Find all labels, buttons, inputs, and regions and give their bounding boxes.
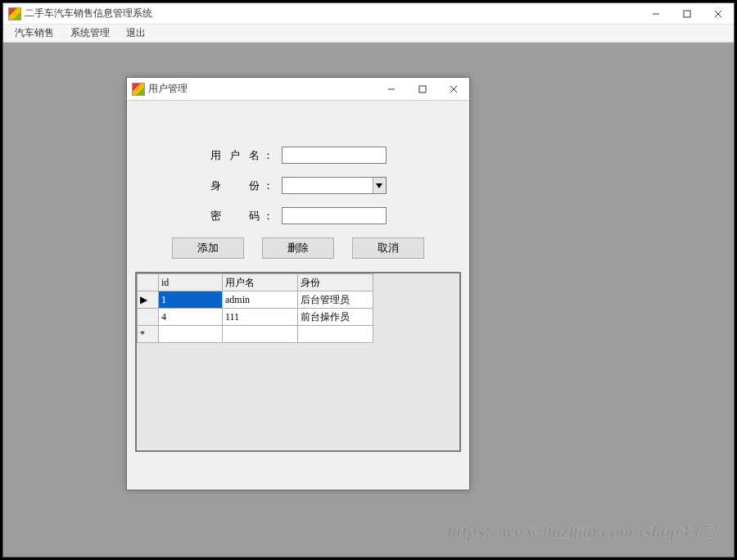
menu-car-sales[interactable]: 汽车销售 xyxy=(7,25,62,42)
mdi-client-area: 用户管理 用户名 ： xyxy=(3,43,734,557)
delete-button[interactable]: 删除 xyxy=(262,237,334,259)
grid-cell-id[interactable] xyxy=(159,326,223,343)
input-password[interactable] xyxy=(282,207,387,224)
dialog-window-controls xyxy=(376,78,469,100)
minimize-button[interactable] xyxy=(640,3,671,24)
grid-header-row: id 用户名 身份 xyxy=(138,274,373,291)
label-username: 用户名 xyxy=(210,148,260,163)
grid-cell-user[interactable]: admin xyxy=(223,291,298,309)
grid-cell-user[interactable] xyxy=(223,326,298,343)
grid-cell-role[interactable]: 后台管理员 xyxy=(298,291,373,309)
grid-row[interactable]: ▶ 1 admin 后台管理员 xyxy=(138,291,373,309)
grid-row[interactable]: 4 111 前台操作员 xyxy=(138,309,373,326)
close-button[interactable] xyxy=(703,3,734,24)
label-role: 身 份 xyxy=(210,178,260,193)
label-password: 密 码 xyxy=(210,209,260,224)
row-password: 密 码 ： xyxy=(147,207,450,224)
svg-marker-8 xyxy=(376,183,382,188)
button-row: 添加 删除 取消 xyxy=(147,237,450,259)
combo-role[interactable] xyxy=(282,177,387,194)
grid-col-id[interactable]: id xyxy=(159,274,223,291)
data-grid[interactable]: id 用户名 身份 ▶ 1 admin 后台管理员 xyxy=(135,272,461,452)
dialog-icon xyxy=(132,83,145,96)
row-role: 身 份 ： xyxy=(147,177,450,194)
grid-col-role[interactable]: 身份 xyxy=(298,274,373,291)
grid-col-user[interactable]: 用户名 xyxy=(223,274,298,291)
grid-cell-user[interactable]: 111 xyxy=(223,309,298,326)
grid-cell-id[interactable]: 1 xyxy=(159,291,223,309)
main-title: 二手车汽车销售信息管理系统 xyxy=(25,7,640,20)
dialog-title: 用户管理 xyxy=(148,82,376,96)
add-button[interactable]: 添加 xyxy=(172,237,244,259)
grid-rowheader-blank xyxy=(138,274,159,291)
user-management-dialog: 用户管理 用户名 ： xyxy=(126,77,470,490)
main-titlebar: 二手车汽车销售信息管理系统 xyxy=(3,3,734,25)
cancel-button[interactable]: 取消 xyxy=(352,237,424,259)
maximize-button[interactable] xyxy=(671,3,703,24)
input-username[interactable] xyxy=(282,147,387,164)
dialog-minimize-button[interactable] xyxy=(376,78,407,100)
grid-cell-id[interactable]: 4 xyxy=(159,309,223,326)
form-area: 用户名 ： 身 份 ： 密 码 ： xyxy=(127,101,469,272)
row-username: 用户名 ： xyxy=(147,147,450,164)
svg-rect-5 xyxy=(419,86,426,93)
menu-exit[interactable]: 退出 xyxy=(118,25,154,42)
dialog-titlebar: 用户管理 xyxy=(127,78,469,101)
dialog-maximize-button[interactable] xyxy=(407,78,438,100)
chevron-down-icon xyxy=(373,178,386,193)
app-icon xyxy=(8,7,21,20)
svg-rect-1 xyxy=(684,11,690,17)
grid-cell-role[interactable] xyxy=(298,326,373,343)
menu-system[interactable]: 系统管理 xyxy=(62,25,118,42)
grid-row-indicator: ▶ xyxy=(138,291,159,309)
grid-new-row[interactable]: * xyxy=(138,326,373,343)
grid-row-indicator-new: * xyxy=(138,326,159,343)
menubar: 汽车销售 系统管理 退出 xyxy=(3,25,734,43)
watermark: https://www.huzhan.com/ishop3572 xyxy=(447,521,717,542)
grid-cell-role[interactable]: 前台操作员 xyxy=(298,309,373,326)
window-controls xyxy=(640,3,734,24)
grid-row-indicator xyxy=(138,309,159,326)
dialog-close-button[interactable] xyxy=(438,78,469,100)
main-window: 二手车汽车销售信息管理系统 汽车销售 系统管理 退出 用户管理 xyxy=(2,2,735,558)
